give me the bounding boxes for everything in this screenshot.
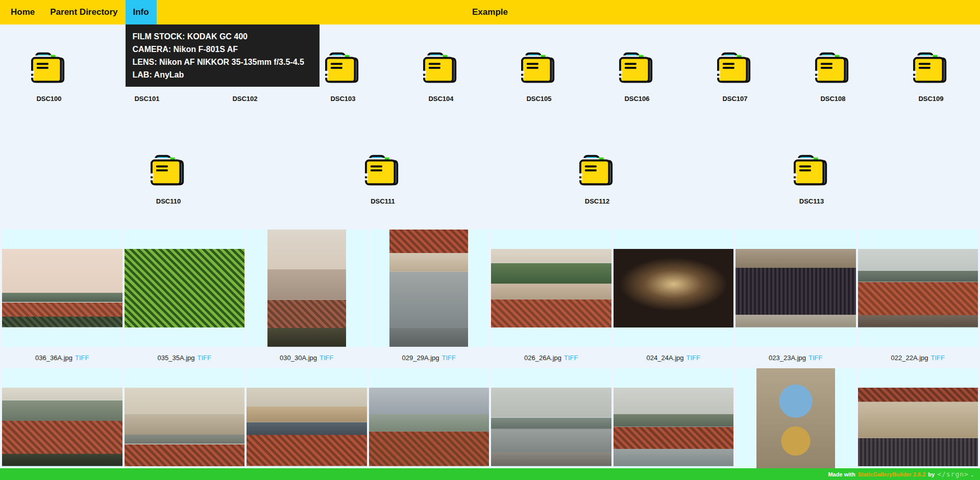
footer-builder-link[interactable]: StaticGalleryBuilder 2.6.2 — [858, 471, 926, 477]
nav-item-info[interactable]: Info FILM STOCK: KODAK GC 400 CAMERA: Ni… — [126, 0, 157, 24]
folder-icon — [29, 50, 69, 86]
photo-filename: 022_22A.jpg — [891, 354, 928, 362]
photo-thumbnail-image — [614, 388, 734, 466]
folder-label: DSC106 — [624, 95, 649, 103]
photo-filename: 023_23A.jpg — [769, 354, 806, 362]
photo-caption: 029_29A.jpgTIFF — [369, 347, 489, 368]
photo-item — [2, 368, 122, 480]
folder-icon — [323, 50, 363, 86]
folder-icon — [363, 153, 403, 188]
photo-item: 026_26A.jpgTIFF — [491, 230, 611, 368]
footer-bar: Made with StaticGalleryBuilder 2.6.2 by … — [0, 468, 980, 480]
folder-item-dsc105[interactable]: DSC105 — [490, 50, 588, 103]
folder-item-dsc107[interactable]: DSC107 — [686, 50, 784, 103]
photo-item — [614, 368, 734, 480]
photo-tiff-link[interactable]: TIFF — [808, 354, 822, 362]
photo-item — [858, 368, 978, 480]
photo-item: 024_24A.jpgTIFF — [614, 230, 734, 368]
folder-icon — [911, 50, 951, 86]
photo-thumbnail-image — [614, 249, 734, 327]
photo-thumbnail-cell[interactable] — [858, 368, 978, 480]
folder-label: DSC107 — [722, 95, 747, 103]
photo-filename: 035_35A.jpg — [158, 354, 195, 362]
folder-icon — [577, 153, 617, 188]
top-nav-bar: Home Parent Directory Info FILM STOCK: K… — [0, 0, 980, 24]
folder-label: DSC108 — [820, 95, 845, 103]
photo-thumbnail-cell[interactable] — [369, 230, 489, 347]
folder-item-dsc112[interactable]: DSC112 — [559, 153, 635, 205]
folder-icon — [715, 50, 755, 86]
folder-label: DSC109 — [918, 95, 943, 103]
nav-item-home[interactable]: Home — [3, 0, 42, 24]
photo-thumbnail-image — [491, 249, 611, 327]
photo-thumbnail-cell[interactable] — [247, 368, 367, 480]
photo-tiff-link[interactable]: TIFF — [687, 354, 700, 362]
photo-item: 036_36A.jpgTIFF — [2, 230, 122, 368]
photo-filename: 024_24A.jpg — [647, 354, 684, 362]
folder-item-dsc100[interactable]: DSC100 — [0, 50, 98, 103]
tooltip-line-camera: CAMERA: Nikon F-801S AF — [133, 43, 312, 56]
folder-icon — [813, 50, 853, 86]
photo-item: 023_23A.jpgTIFF — [736, 230, 856, 368]
folder-item-dsc111[interactable]: DSC111 — [345, 153, 421, 205]
photo-thumbnail-cell[interactable] — [736, 368, 856, 480]
folder-item-dsc109[interactable]: DSC109 — [882, 50, 980, 103]
photo-thumbnail-image — [247, 388, 367, 466]
photo-thumbnail-image — [369, 388, 489, 466]
photo-thumbnail-cell[interactable] — [491, 230, 611, 347]
photo-tiff-link[interactable]: TIFF — [198, 354, 211, 362]
folder-icon — [617, 50, 657, 86]
photo-thumbnail-cell[interactable] — [736, 230, 856, 347]
photo-tiff-link[interactable]: TIFF — [442, 354, 456, 362]
nav-item-parent-directory[interactable]: Parent Directory — [42, 0, 125, 24]
footer-made-with-text: Made with — [828, 471, 855, 477]
photo-tiff-link[interactable]: TIFF — [320, 354, 333, 362]
folder-icon — [149, 153, 188, 188]
folder-label: DSC105 — [526, 95, 551, 103]
photo-thumbnail-cell[interactable] — [614, 368, 734, 480]
photo-filename: 029_29A.jpg — [402, 354, 439, 362]
photo-item: 022_22A.jpgTIFF — [858, 230, 978, 368]
folder-label: DSC110 — [156, 197, 181, 205]
photo-tiff-link[interactable]: TIFF — [931, 354, 945, 362]
photo-caption: 023_23A.jpgTIFF — [736, 347, 856, 368]
photo-item: 030_30A.jpgTIFF — [247, 230, 367, 368]
footer-logo-link[interactable]: </srgn> — [937, 470, 969, 478]
folder-item-dsc104[interactable]: DSC104 — [392, 50, 490, 103]
info-tooltip: FILM STOCK: KODAK GC 400 CAMERA: Nikon F… — [126, 24, 320, 87]
folder-icon — [792, 153, 831, 188]
photo-thumbnail-image — [756, 368, 835, 480]
photo-item — [125, 368, 245, 480]
photo-filename: 030_30A.jpg — [280, 354, 317, 362]
photo-tiff-link[interactable]: TIFF — [564, 354, 578, 362]
photo-thumbnail-cell[interactable] — [858, 230, 978, 347]
photo-thumbnail-image — [125, 388, 245, 466]
photo-item: 035_35A.jpgTIFF — [125, 230, 245, 368]
photo-thumbnail-image — [858, 388, 978, 466]
photo-thumbnail-cell[interactable] — [125, 368, 245, 480]
photo-thumbnail-image — [125, 249, 245, 327]
photo-caption: 035_35A.jpgTIFF — [125, 347, 245, 368]
photo-thumbnail-cell[interactable] — [2, 230, 122, 347]
folder-label: DSC100 — [36, 95, 61, 103]
photo-caption: 024_24A.jpgTIFF — [614, 347, 734, 368]
photo-item — [247, 368, 367, 480]
folder-item-dsc113[interactable]: DSC113 — [773, 153, 850, 205]
photo-thumbnail-cell[interactable] — [247, 230, 367, 347]
photo-filename: 026_26A.jpg — [524, 354, 561, 362]
folder-item-dsc108[interactable]: DSC108 — [784, 50, 882, 103]
photo-tiff-link[interactable]: TIFF — [75, 354, 89, 362]
folder-item-dsc110[interactable]: DSC110 — [130, 153, 207, 205]
photo-thumbnail-cell[interactable] — [369, 368, 489, 480]
photo-thumbnail-cell[interactable] — [491, 368, 611, 480]
photo-thumbnail-image — [267, 230, 346, 347]
folder-item-dsc106[interactable]: DSC106 — [588, 50, 686, 103]
photo-caption: 036_36A.jpgTIFF — [2, 347, 122, 368]
folder-row-2: DSC110DSC111DSC112DSC113 — [0, 153, 980, 205]
photo-row-1: 036_36A.jpgTIFF035_35A.jpgTIFF030_30A.jp… — [0, 230, 980, 368]
photo-thumbnail-cell[interactable] — [125, 230, 245, 347]
folder-label: DSC103 — [330, 95, 355, 103]
photo-thumbnail-cell[interactable] — [2, 368, 122, 480]
photo-filename: 036_36A.jpg — [35, 354, 72, 362]
photo-thumbnail-cell[interactable] — [614, 230, 734, 347]
